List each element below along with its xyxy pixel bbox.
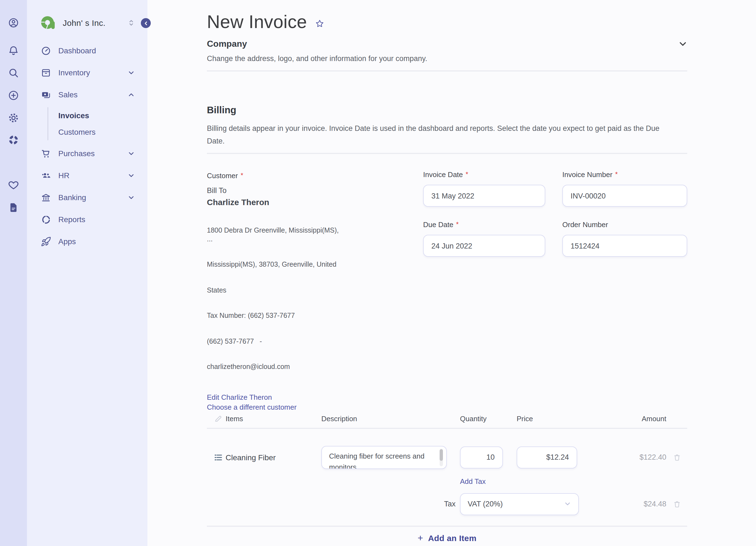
item-name: Cleaning Fiber xyxy=(226,453,321,462)
customer-address-line: States xyxy=(207,286,344,295)
sales-submenu: Invoices Customers xyxy=(47,107,147,140)
billing-form: Customer* Bill To Charlize Theron 1800 D… xyxy=(207,171,687,411)
company-section-toggle-icon[interactable] xyxy=(678,40,687,48)
items-table-header: Items Description Quantity Price Amount xyxy=(207,414,687,429)
tax-amount: $24.48 xyxy=(579,500,666,508)
sidebar-item-banking[interactable]: Banking xyxy=(27,187,147,209)
header-price: Price xyxy=(517,414,577,422)
plus-icon: + xyxy=(418,533,423,544)
tax-label: Tax xyxy=(207,500,460,508)
favorite-star-icon[interactable] xyxy=(315,19,325,29)
due-date-label: Due Date xyxy=(423,221,453,229)
sidebar-item-apps[interactable]: Apps xyxy=(27,231,147,253)
sidebar: John' s Inc. Dashboard Inventory xyxy=(27,0,147,546)
app-window: John' s Inc. Dashboard Inventory xyxy=(0,0,756,546)
sidebar-item-purchases[interactable]: Purchases xyxy=(27,142,147,165)
customer-details: 1800 Debra Dr Greenville, Mississippi(MS… xyxy=(207,210,344,388)
company-switch-chevrons-icon[interactable] xyxy=(127,18,135,27)
favorites-heart-icon[interactable] xyxy=(8,179,19,191)
tax-row: Tax VAT (20%) $24.48 xyxy=(207,493,687,515)
tax-select-value: VAT (20%) xyxy=(468,500,503,508)
sidebar-item-hr[interactable]: HR xyxy=(27,165,147,187)
item-list-handle-icon[interactable] xyxy=(213,452,223,462)
sidebar-item-label: Purchases xyxy=(58,149,95,158)
settings-gear-icon[interactable] xyxy=(8,112,19,124)
chevron-down-icon xyxy=(128,69,135,76)
edit-customer-link[interactable]: Edit Charlize Theron xyxy=(207,393,272,401)
edit-pencil-icon xyxy=(214,414,222,422)
add-tax-link[interactable]: Add Tax xyxy=(460,477,486,485)
invoice-number-label: Invoice Number xyxy=(562,171,612,179)
chevron-down-icon xyxy=(128,172,135,179)
customer-address-line: Mississippi(MS), 38703, Greenville, Unit… xyxy=(207,261,344,269)
required-asterisk: * xyxy=(241,172,243,179)
icon-rail xyxy=(0,0,27,546)
header-items: Items xyxy=(226,414,321,422)
sidebar-item-label: HR xyxy=(58,171,69,180)
item-amount: $122.40 xyxy=(577,453,666,461)
required-asterisk: * xyxy=(466,171,468,178)
item-price-input[interactable] xyxy=(517,446,577,468)
customer-name: Charlize Theron xyxy=(207,198,377,207)
sidebar-item-label: Reports xyxy=(58,215,85,224)
quick-add-plus-icon[interactable] xyxy=(8,90,19,101)
invoice-date-label: Invoice Date xyxy=(423,171,463,179)
page-title: New Invoice xyxy=(207,12,307,32)
sidebar-item-label: Banking xyxy=(58,193,86,202)
order-number-input[interactable] xyxy=(562,235,687,257)
invoice-number-input[interactable] xyxy=(562,185,687,207)
chevron-down-icon xyxy=(564,500,571,507)
company-switcher[interactable]: John' s Inc. xyxy=(27,14,147,31)
search-icon[interactable] xyxy=(8,67,19,79)
billing-section: Billing Billing details appear in your i… xyxy=(207,105,687,154)
sales-wallet-icon xyxy=(41,89,51,100)
items-table: Items Description Quantity Price Amount … xyxy=(207,414,687,546)
choose-customer-link[interactable]: Choose a different customer xyxy=(207,403,297,411)
sidebar-item-reports[interactable]: Reports xyxy=(27,209,147,231)
item-description-text: Cleaning fiber for screens and monitors xyxy=(322,446,446,469)
sidebar-item-sales[interactable]: Sales xyxy=(27,84,147,106)
sidebar-item-inventory[interactable]: Inventory xyxy=(27,62,147,84)
customer-tax-number: Tax Number: (662) 537-7677 xyxy=(207,312,344,320)
purchases-cart-icon xyxy=(41,148,51,159)
sidebar-item-label: Dashboard xyxy=(58,46,96,55)
required-asterisk: * xyxy=(615,171,618,178)
customer-phone: (662) 537-7677 - xyxy=(207,337,344,346)
customer-block: Customer* Bill To Charlize Theron 1800 D… xyxy=(207,171,377,411)
tax-select[interactable]: VAT (20%) xyxy=(460,493,579,515)
customer-address-line: 1800 Debra Dr Greenville, Mississippi(MS… xyxy=(207,227,344,244)
main-content: New Invoice Company Change the address, … xyxy=(147,0,756,546)
sidebar-item-dashboard[interactable]: Dashboard xyxy=(27,40,147,62)
inventory-box-icon xyxy=(41,67,51,78)
item-description-textarea[interactable]: Cleaning fiber for screens and monitors xyxy=(321,446,447,469)
sidebar-item-label: Apps xyxy=(58,237,76,246)
invoice-fields: Invoice Date* Invoice Number* Due Date* … xyxy=(423,171,687,411)
delete-item-trash-icon[interactable] xyxy=(673,453,681,462)
documents-icon[interactable] xyxy=(8,202,19,213)
sidebar-collapse-button[interactable] xyxy=(141,18,151,28)
banking-bank-icon xyxy=(41,192,51,203)
item-quantity-input[interactable] xyxy=(460,446,503,468)
invoice-date-input[interactable] xyxy=(423,185,545,207)
required-asterisk: * xyxy=(456,221,459,228)
header-amount: Amount xyxy=(577,414,666,422)
add-item-button[interactable]: + Add an Item xyxy=(207,525,687,546)
billing-section-title: Billing xyxy=(207,105,687,116)
user-account-icon[interactable] xyxy=(8,17,19,29)
company-section-title: Company xyxy=(207,39,687,49)
item-row: Cleaning Fiber Cleaning fiber for screen… xyxy=(207,446,687,469)
help-lifebuoy-icon[interactable] xyxy=(8,134,19,146)
notifications-bell-icon[interactable] xyxy=(8,45,19,57)
scrollbar-thumb[interactable] xyxy=(440,449,443,460)
delete-tax-trash-icon[interactable] xyxy=(673,500,681,508)
due-date-input[interactable] xyxy=(423,235,545,257)
sidebar-item-label: Sales xyxy=(58,90,78,99)
company-name: John' s Inc. xyxy=(63,18,106,27)
chevron-up-icon xyxy=(128,91,135,98)
sidebar-item-customers[interactable]: Customers xyxy=(48,124,147,140)
sidebar-item-label: Invoices xyxy=(58,111,89,120)
sidebar-item-invoices[interactable]: Invoices xyxy=(48,107,147,124)
sidebar-item-label: Customers xyxy=(58,128,95,136)
customer-label: Customer xyxy=(207,172,238,180)
order-number-label: Order Number xyxy=(562,221,608,229)
